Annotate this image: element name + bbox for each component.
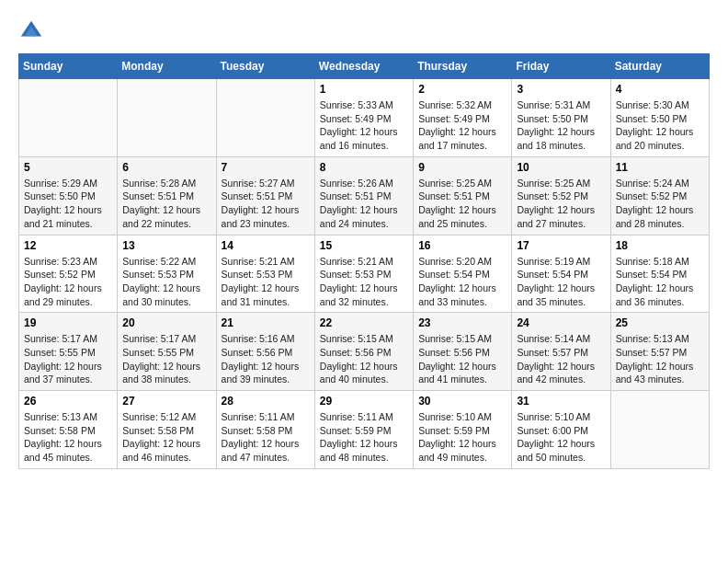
day-info: Sunrise: 5:23 AMSunset: 5:52 PMDaylight:… [24,255,112,309]
calendar-week-row: 1Sunrise: 5:33 AMSunset: 5:49 PMDaylight… [19,79,710,157]
day-info: Sunrise: 5:31 AMSunset: 5:50 PMDaylight:… [517,98,605,153]
calendar-cell: 14Sunrise: 5:21 AMSunset: 5:53 PMDayligh… [216,235,314,313]
day-info: Sunrise: 5:11 AMSunset: 5:58 PMDaylight:… [222,410,310,465]
day-number: 5 [24,161,112,174]
calendar-cell: 25Sunrise: 5:13 AMSunset: 5:57 PMDayligh… [610,313,709,391]
logo-icon [18,18,44,44]
logo [18,18,48,44]
day-info: Sunrise: 5:26 AMSunset: 5:51 PMDaylight:… [320,177,408,231]
day-number: 14 [222,239,310,252]
calendar-cell [216,79,314,157]
day-number: 24 [517,316,605,329]
calendar-cell [19,79,118,157]
day-number: 29 [320,395,408,408]
day-number: 19 [24,316,112,329]
calendar-cell: 23Sunrise: 5:15 AMSunset: 5:56 PMDayligh… [414,313,512,391]
day-info: Sunrise: 5:33 AMSunset: 5:49 PMDaylight:… [320,98,408,153]
day-number: 25 [616,316,704,329]
day-number: 9 [418,161,506,174]
day-info: Sunrise: 5:29 AMSunset: 5:50 PMDaylight:… [24,177,112,231]
weekday-header-sunday: Sunday [19,54,118,79]
day-number: 18 [616,239,704,252]
day-number: 7 [222,161,310,174]
calendar-cell: 6Sunrise: 5:28 AMSunset: 5:51 PMDaylight… [118,156,216,235]
day-number: 26 [24,395,112,408]
weekday-header-saturday: Saturday [610,54,709,79]
calendar-week-row: 19Sunrise: 5:17 AMSunset: 5:55 PMDayligh… [19,313,710,391]
day-number: 13 [122,239,210,252]
calendar-cell: 30Sunrise: 5:10 AMSunset: 5:59 PMDayligh… [414,391,512,469]
weekday-header-tuesday: Tuesday [216,54,314,79]
day-info: Sunrise: 5:10 AMSunset: 5:59 PMDaylight:… [418,410,506,465]
day-number: 3 [517,83,605,96]
calendar-cell: 28Sunrise: 5:11 AMSunset: 5:58 PMDayligh… [216,391,314,469]
day-info: Sunrise: 5:21 AMSunset: 5:53 PMDaylight:… [222,255,310,309]
page-header [18,18,710,44]
weekday-header-friday: Friday [512,54,610,79]
calendar-cell: 10Sunrise: 5:25 AMSunset: 5:52 PMDayligh… [512,156,610,235]
day-number: 20 [122,316,210,329]
day-info: Sunrise: 5:16 AMSunset: 5:56 PMDaylight:… [222,332,310,386]
day-info: Sunrise: 5:32 AMSunset: 5:49 PMDaylight:… [418,98,506,153]
calendar-cell: 15Sunrise: 5:21 AMSunset: 5:53 PMDayligh… [314,235,413,313]
calendar-week-row: 26Sunrise: 5:13 AMSunset: 5:58 PMDayligh… [19,391,710,469]
calendar-cell: 2Sunrise: 5:32 AMSunset: 5:49 PMDaylight… [414,79,512,157]
day-number: 10 [517,161,605,174]
calendar-cell: 24Sunrise: 5:14 AMSunset: 5:57 PMDayligh… [512,313,610,391]
calendar-cell: 31Sunrise: 5:10 AMSunset: 6:00 PMDayligh… [512,391,610,469]
calendar-cell: 13Sunrise: 5:22 AMSunset: 5:53 PMDayligh… [118,235,216,313]
day-info: Sunrise: 5:19 AMSunset: 5:54 PMDaylight:… [517,255,605,309]
calendar-week-row: 12Sunrise: 5:23 AMSunset: 5:52 PMDayligh… [19,235,710,313]
day-info: Sunrise: 5:25 AMSunset: 5:51 PMDaylight:… [418,177,506,231]
calendar-cell: 21Sunrise: 5:16 AMSunset: 5:56 PMDayligh… [216,313,314,391]
calendar-cell: 19Sunrise: 5:17 AMSunset: 5:55 PMDayligh… [19,313,118,391]
day-number: 1 [320,83,408,96]
day-info: Sunrise: 5:15 AMSunset: 5:56 PMDaylight:… [418,332,506,386]
day-number: 15 [320,239,408,252]
calendar-cell: 5Sunrise: 5:29 AMSunset: 5:50 PMDaylight… [19,156,118,235]
weekday-header-thursday: Thursday [414,54,512,79]
weekday-header-monday: Monday [118,54,216,79]
day-info: Sunrise: 5:15 AMSunset: 5:56 PMDaylight:… [320,332,408,386]
calendar-cell: 22Sunrise: 5:15 AMSunset: 5:56 PMDayligh… [314,313,413,391]
day-info: Sunrise: 5:14 AMSunset: 5:57 PMDaylight:… [517,332,605,386]
day-info: Sunrise: 5:13 AMSunset: 5:58 PMDaylight:… [24,410,112,465]
day-number: 12 [24,239,112,252]
day-info: Sunrise: 5:20 AMSunset: 5:54 PMDaylight:… [418,255,506,309]
day-number: 4 [616,83,704,96]
day-number: 27 [122,395,210,408]
calendar-cell: 8Sunrise: 5:26 AMSunset: 5:51 PMDaylight… [314,156,413,235]
day-number: 22 [320,316,408,329]
day-number: 16 [418,239,506,252]
day-info: Sunrise: 5:17 AMSunset: 5:55 PMDaylight:… [122,332,210,386]
calendar-cell: 20Sunrise: 5:17 AMSunset: 5:55 PMDayligh… [118,313,216,391]
day-info: Sunrise: 5:24 AMSunset: 5:52 PMDaylight:… [616,177,704,231]
day-number: 23 [418,316,506,329]
calendar-cell [610,391,709,469]
weekday-header-wednesday: Wednesday [314,54,413,79]
calendar-cell: 11Sunrise: 5:24 AMSunset: 5:52 PMDayligh… [610,156,709,235]
day-info: Sunrise: 5:17 AMSunset: 5:55 PMDaylight:… [24,332,112,386]
day-number: 28 [222,395,310,408]
day-info: Sunrise: 5:25 AMSunset: 5:52 PMDaylight:… [517,177,605,231]
day-info: Sunrise: 5:21 AMSunset: 5:53 PMDaylight:… [320,255,408,309]
day-info: Sunrise: 5:13 AMSunset: 5:57 PMDaylight:… [616,332,704,386]
day-info: Sunrise: 5:18 AMSunset: 5:54 PMDaylight:… [616,255,704,309]
day-info: Sunrise: 5:11 AMSunset: 5:59 PMDaylight:… [320,410,408,465]
weekday-header-row: SundayMondayTuesdayWednesdayThursdayFrid… [19,54,710,79]
day-info: Sunrise: 5:10 AMSunset: 6:00 PMDaylight:… [517,410,605,465]
day-number: 2 [418,83,506,96]
calendar-cell: 27Sunrise: 5:12 AMSunset: 5:58 PMDayligh… [118,391,216,469]
calendar-cell: 1Sunrise: 5:33 AMSunset: 5:49 PMDaylight… [314,79,413,157]
day-number: 11 [616,161,704,174]
day-number: 17 [517,239,605,252]
day-number: 6 [122,161,210,174]
calendar-cell: 18Sunrise: 5:18 AMSunset: 5:54 PMDayligh… [610,235,709,313]
day-info: Sunrise: 5:12 AMSunset: 5:58 PMDaylight:… [122,410,210,465]
day-info: Sunrise: 5:30 AMSunset: 5:50 PMDaylight:… [616,98,704,153]
day-number: 30 [418,395,506,408]
calendar-cell [118,79,216,157]
day-number: 31 [517,395,605,408]
calendar-cell: 12Sunrise: 5:23 AMSunset: 5:52 PMDayligh… [19,235,118,313]
calendar-cell: 9Sunrise: 5:25 AMSunset: 5:51 PMDaylight… [414,156,512,235]
